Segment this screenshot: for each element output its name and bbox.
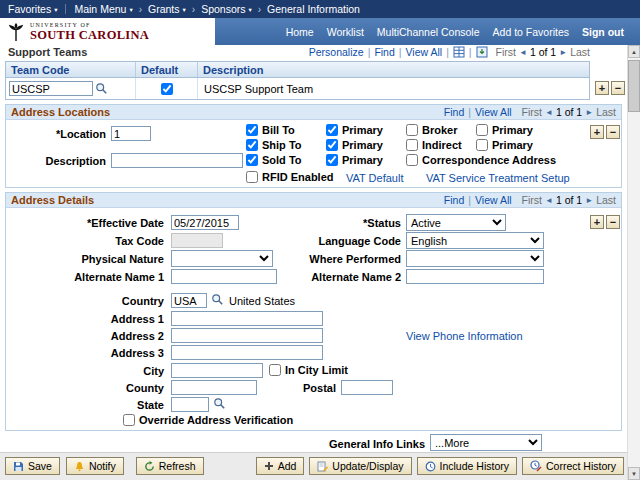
breadcrumb-separator-icon xyxy=(139,4,142,15)
rfid-enabled-checkbox[interactable] xyxy=(246,171,258,183)
include-history-button[interactable]: Include History xyxy=(417,457,517,475)
general-info-links-select[interactable]: ...More xyxy=(430,434,542,451)
home-link[interactable]: Home xyxy=(286,26,314,38)
zoom-grid-icon[interactable] xyxy=(453,46,465,58)
personalize-link[interactable]: Personalize xyxy=(309,46,364,58)
breadcrumb-sponsors[interactable]: Sponsors ▾ xyxy=(201,3,252,15)
add-to-favorites-link[interactable]: Add to Favorites xyxy=(493,26,569,38)
previous-page-icon[interactable]: ◄ xyxy=(545,196,553,205)
address1-input[interactable] xyxy=(171,311,323,326)
view-all-link[interactable]: View All xyxy=(475,194,512,206)
broker-checkbox[interactable] xyxy=(406,124,418,136)
notify-button[interactable]: Notify xyxy=(66,457,124,475)
description-input[interactable] xyxy=(111,153,243,168)
address3-input[interactable] xyxy=(171,345,323,360)
default-checkbox[interactable] xyxy=(161,83,173,95)
next-page-icon[interactable]: ► xyxy=(585,108,593,117)
vat-default-link[interactable]: VAT Default xyxy=(346,172,403,184)
address2-label: Address 2 xyxy=(6,330,164,342)
correct-history-label: Correct History xyxy=(546,460,616,472)
save-icon xyxy=(13,461,24,472)
breadcrumb-separator-icon xyxy=(258,4,261,15)
language-code-select[interactable]: English xyxy=(406,232,544,249)
vat-service-treatment-setup-link[interactable]: VAT Service Treatment Setup xyxy=(426,172,570,184)
in-city-limit-checkbox[interactable] xyxy=(269,364,281,376)
indirect-checkbox[interactable] xyxy=(406,139,418,151)
bill-primary-checkbox[interactable] xyxy=(326,124,338,136)
notify-label: Notify xyxy=(89,460,116,472)
last-text: Last xyxy=(596,194,616,206)
country-lookup-icon[interactable] xyxy=(211,293,224,306)
add-location-button[interactable]: + xyxy=(590,125,604,139)
support-teams-row-actions: + − xyxy=(595,81,625,95)
sold-primary-checkbox[interactable] xyxy=(326,154,338,166)
sign-out-link[interactable]: Sign out xyxy=(582,26,624,38)
broker-primary-checkbox[interactable] xyxy=(476,124,488,136)
override-address-verification-checkbox[interactable] xyxy=(123,414,135,426)
alternate-name2-input[interactable] xyxy=(406,269,544,284)
team-code-input[interactable] xyxy=(9,81,93,96)
indirect-primary-checkbox[interactable] xyxy=(476,139,488,151)
add-button[interactable]: Add xyxy=(256,457,305,475)
county-label: County xyxy=(6,382,164,394)
worklist-link[interactable]: Worklist xyxy=(327,26,364,38)
broker-field: Broker xyxy=(406,124,457,136)
previous-row-icon[interactable]: ◄ xyxy=(519,48,527,57)
add-address-detail-button[interactable]: + xyxy=(590,215,604,229)
save-button[interactable]: Save xyxy=(5,457,60,475)
scroll-up-icon[interactable]: ▲ xyxy=(628,45,640,58)
address2-input[interactable] xyxy=(171,328,323,343)
refresh-button[interactable]: Refresh xyxy=(136,457,204,475)
bill-to-checkbox[interactable] xyxy=(246,124,258,136)
city-input[interactable] xyxy=(171,363,263,378)
next-page-icon[interactable]: ► xyxy=(585,196,593,205)
delete-location-button[interactable]: − xyxy=(606,125,620,139)
main-menu[interactable]: Main Menu ▾ xyxy=(74,3,132,15)
add-row-button[interactable]: + xyxy=(595,81,609,95)
previous-page-icon[interactable]: ◄ xyxy=(545,108,553,117)
download-grid-icon[interactable] xyxy=(476,46,488,58)
view-all-link[interactable]: View All xyxy=(406,46,443,58)
chevron-down-icon: ▾ xyxy=(129,6,132,14)
county-input[interactable] xyxy=(171,380,257,395)
postal-input[interactable] xyxy=(341,380,393,395)
effective-date-input[interactable] xyxy=(171,215,239,230)
view-phone-information-link[interactable]: View Phone Information xyxy=(406,330,523,342)
south-carolina-text: SOUTH CAROLINA xyxy=(30,29,149,42)
vertical-scrollbar[interactable]: ▲ ▼ xyxy=(627,45,640,480)
correspondence-address-checkbox[interactable] xyxy=(406,154,418,166)
delete-address-detail-button[interactable]: − xyxy=(606,215,620,229)
scrollbar-thumb[interactable] xyxy=(628,60,640,112)
favorites-menu[interactable]: Favorites ▾ xyxy=(8,3,57,15)
find-link[interactable]: Find xyxy=(444,194,464,206)
status-label: *Status xyxy=(246,217,401,229)
add-label: Add xyxy=(278,460,297,472)
multichannel-console-link[interactable]: MultiChannel Console xyxy=(377,26,480,38)
include-history-label: Include History xyxy=(440,460,509,472)
team-code-lookup-icon[interactable] xyxy=(95,82,108,95)
scroll-down-icon[interactable]: ▼ xyxy=(628,467,640,480)
country-input[interactable] xyxy=(171,293,207,308)
notify-bell-icon xyxy=(74,461,85,472)
state-input[interactable] xyxy=(171,397,209,412)
location-input[interactable] xyxy=(111,126,151,141)
find-link[interactable]: Find xyxy=(444,106,464,118)
state-lookup-icon[interactable] xyxy=(213,397,226,410)
address-details-section: Address Details Find View All First ◄ 1 … xyxy=(5,192,622,431)
find-link[interactable]: Find xyxy=(374,46,394,58)
where-performed-select[interactable] xyxy=(406,250,544,267)
view-all-link[interactable]: View All xyxy=(475,106,512,118)
ship-primary-checkbox[interactable] xyxy=(326,139,338,151)
status-select[interactable]: Active xyxy=(406,214,506,231)
update-display-button[interactable]: Update/Display xyxy=(309,457,411,475)
delete-row-button[interactable]: − xyxy=(611,81,625,95)
breadcrumb-grants[interactable]: Grants ▾ xyxy=(148,3,186,15)
column-header-team-code: Team Code xyxy=(6,62,136,77)
include-history-clock-icon xyxy=(425,461,436,472)
ship-to-checkbox[interactable] xyxy=(246,139,258,151)
support-team-row: USCSP Support Team xyxy=(5,78,590,100)
correct-history-button[interactable]: Correct History xyxy=(522,457,624,475)
tax-code-input xyxy=(171,233,223,248)
next-row-icon[interactable]: ► xyxy=(559,48,567,57)
sold-to-checkbox[interactable] xyxy=(246,154,258,166)
